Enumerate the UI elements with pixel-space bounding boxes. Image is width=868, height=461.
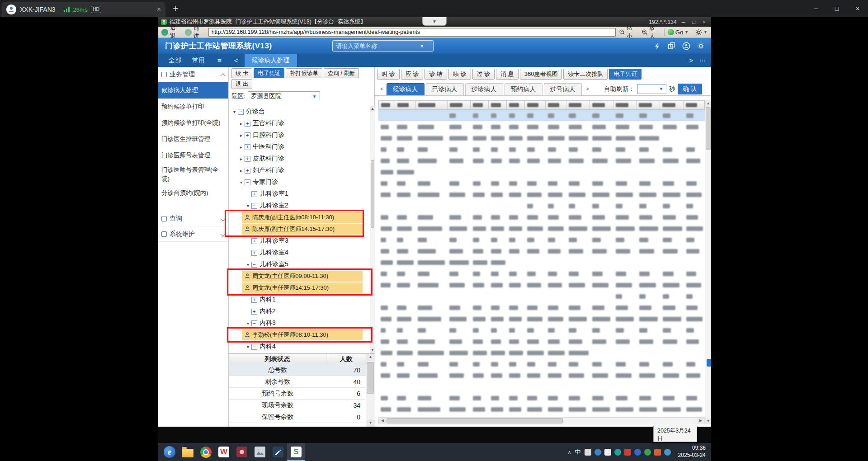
patient-row[interactable] <box>378 110 705 121</box>
patient-list-tab[interactable]: 已诊病人 <box>426 83 464 95</box>
patient-row[interactable] <box>378 268 705 279</box>
tree-node[interactable]: ▸+中医科门诊 <box>229 141 370 153</box>
menu-search-combobox[interactable]: ▼ <box>332 40 434 52</box>
patient-list-tab[interactable]: 预约病人 <box>505 83 542 95</box>
patient-list-tab[interactable]: 过诊病人 <box>465 83 503 95</box>
app-close-button[interactable]: × <box>700 19 708 25</box>
scrollbar-thumb[interactable] <box>371 160 374 228</box>
patient-row[interactable] <box>378 121 705 132</box>
patient-row[interactable] <box>378 132 705 144</box>
patient-action-button[interactable]: 读卡二次排队 <box>563 69 608 80</box>
scroll-up-icon[interactable]: ▲ <box>366 354 375 361</box>
tab-more-icon[interactable]: ⋯ <box>699 57 706 64</box>
photo-viewer-icon[interactable] <box>251 443 269 461</box>
tree-node[interactable]: ▸+儿科诊室1 <box>229 188 370 200</box>
patient-row[interactable] <box>378 358 705 370</box>
column-header[interactable] <box>507 101 525 109</box>
tabs-scroll-right-icon[interactable]: > <box>583 85 592 92</box>
tree-chevron-icon[interactable]: ▸ <box>238 145 244 150</box>
patient-row[interactable] <box>378 155 705 166</box>
column-header[interactable] <box>637 101 660 109</box>
menu-search-input[interactable] <box>336 42 418 49</box>
column-header[interactable] <box>613 101 637 109</box>
client-close-button[interactable]: × <box>847 0 868 17</box>
window-switch-icon[interactable] <box>668 42 675 50</box>
sidebar-section-maintenance[interactable]: 系统维护 <box>158 226 228 242</box>
patient-row[interactable] <box>378 325 705 336</box>
patient-action-button[interactable]: 消 息 <box>496 69 519 80</box>
menu-search-dropdown-icon[interactable]: ▼ <box>420 44 424 48</box>
show-desktop-button[interactable] <box>709 443 711 461</box>
tray-icon-2[interactable] <box>594 449 601 456</box>
tree-node[interactable]: ▸+五官科门诊 <box>229 118 370 129</box>
tree-chevron-icon[interactable]: ▸ <box>238 133 244 138</box>
titlebar-pulldown-handle[interactable]: ▼ <box>422 17 447 26</box>
patient-row[interactable] <box>378 392 705 404</box>
tree-node[interactable]: 周文龙(主任医师09:00-11:30) <box>229 270 370 282</box>
edge-handle[interactable] <box>707 359 711 367</box>
column-header[interactable] <box>566 101 590 109</box>
tree-node[interactable]: ▸+妇产科门诊 <box>229 165 370 176</box>
patient-row[interactable] <box>378 245 705 257</box>
toolbar-button[interactable]: 查询 / 刷新 <box>324 68 359 78</box>
menu-list-icon[interactable]: ≡ <box>217 56 222 64</box>
tree-chevron-icon[interactable]: ▾ <box>245 203 251 208</box>
patient-row[interactable] <box>378 257 705 268</box>
scroll-down-icon[interactable]: ▼ <box>370 347 375 353</box>
scroll-down-icon[interactable]: ▼ <box>705 418 711 424</box>
scroll-up-icon[interactable]: ▲ <box>370 106 375 112</box>
tree-node[interactable]: 周文龙(主任医师14:15-17:30) <box>229 282 370 294</box>
tree-node[interactable]: ▸+儿科诊室3 <box>229 235 370 247</box>
scrollbar-thumb[interactable] <box>706 107 711 150</box>
patient-row[interactable] <box>378 144 705 155</box>
ime-indicator[interactable]: 中 <box>575 448 581 456</box>
tray-icon-1[interactable] <box>585 449 591 456</box>
tray-icon-7[interactable] <box>644 449 651 456</box>
user-circle-icon[interactable] <box>682 42 690 50</box>
remote-session-tab[interactable]: XXK-JIFAN3 26ms HD × <box>2 2 165 17</box>
column-header[interactable] <box>471 101 489 109</box>
wps-icon[interactable]: W <box>215 443 233 461</box>
patient-row[interactable] <box>378 178 705 189</box>
patient-row[interactable] <box>378 302 705 313</box>
tree-node[interactable]: ▾−分诊台 <box>229 106 370 118</box>
patients-horizontal-scrollbar[interactable]: ◀ ▶ <box>378 417 705 424</box>
tree-chevron-icon[interactable]: ▾ <box>245 344 251 349</box>
scrollbar-thumb[interactable] <box>387 418 563 423</box>
tree-node[interactable]: 陈庆雁(副主任医师08:10-11:30) <box>229 212 370 223</box>
scrollbar-thumb[interactable] <box>367 362 374 394</box>
tree-node[interactable]: ▾−内科3 <box>229 317 370 329</box>
column-header[interactable] <box>395 101 416 109</box>
patients-vertical-scrollbar[interactable]: ▲ ▼ <box>705 100 711 424</box>
open-tab-waiting-patients[interactable]: 候诊病人处理 <box>245 54 297 67</box>
sidebar-item[interactable]: 分诊台预约(院内) <box>158 185 228 201</box>
tab-scroll-right-icon[interactable]: > <box>689 57 693 64</box>
doctor-schedule[interactable]: 陈庆雁(副主任医师08:10-11:30) <box>242 212 363 223</box>
new-tab-button[interactable]: + <box>173 4 179 14</box>
tree-node[interactable]: ▸+皮肤科门诊 <box>229 153 370 165</box>
patient-action-button[interactable]: 应 诊 <box>401 69 424 80</box>
column-header[interactable] <box>416 101 448 109</box>
patient-row[interactable] <box>378 223 705 234</box>
sidebar-section-business[interactable]: 业务管理 <box>158 67 228 82</box>
lightning-icon[interactable] <box>654 42 661 50</box>
session-close-icon[interactable]: × <box>157 5 161 14</box>
tree-chevron-icon[interactable]: ▾ <box>231 109 237 114</box>
settings-menu-button[interactable]: ▼ <box>695 29 708 36</box>
doctor-schedule[interactable]: 周文龙(主任医师14:15-17:30) <box>242 282 363 293</box>
tab-all[interactable]: 全部 <box>169 56 181 65</box>
column-header[interactable] <box>525 101 546 109</box>
tree-chevron-icon[interactable]: ▸ <box>238 121 244 126</box>
scroll-left-icon[interactable]: ◀ <box>379 418 386 424</box>
campus-select[interactable]: 罗源县医院 ▼ <box>248 91 320 101</box>
patient-row[interactable] <box>378 291 705 302</box>
sidebar-item[interactable]: 门诊医师号表管理 <box>158 147 228 164</box>
patient-row[interactable] <box>378 234 705 245</box>
app-restore-button[interactable]: □ <box>690 19 698 25</box>
tray-icon-6[interactable] <box>634 449 641 456</box>
column-header[interactable] <box>590 101 613 109</box>
sidebar-section-query[interactable]: 查询 <box>158 211 228 226</box>
tray-icon-4[interactable] <box>614 449 621 456</box>
toolbar-button[interactable]: 退 出 <box>231 79 252 89</box>
tree-chevron-icon[interactable]: ▾ <box>245 262 251 267</box>
